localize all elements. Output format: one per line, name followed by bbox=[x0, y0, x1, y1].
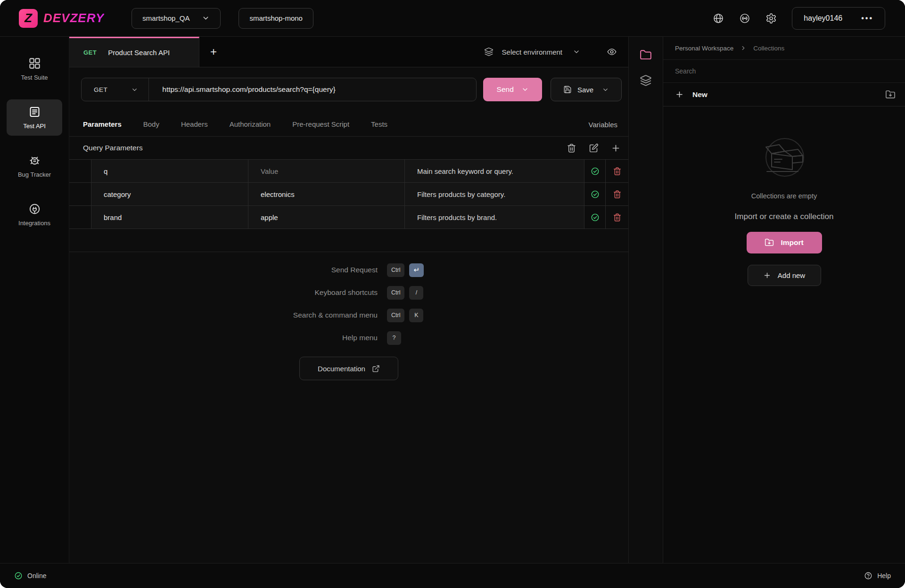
environments-layers-icon[interactable] bbox=[640, 74, 652, 87]
param-enabled-toggle[interactable] bbox=[584, 183, 606, 205]
param-delete-button[interactable] bbox=[606, 206, 628, 229]
param-value-cell[interactable]: electronics bbox=[248, 183, 405, 205]
breadcrumb-collections[interactable]: Collections bbox=[753, 45, 784, 52]
tab-authorization[interactable]: Authorization bbox=[230, 120, 271, 129]
query-params-title: Query Parameters bbox=[83, 144, 143, 152]
query-params-table: q Value Main search keyword or query. ca… bbox=[69, 159, 628, 252]
trash-icon bbox=[613, 213, 622, 222]
param-key-cell[interactable]: q bbox=[91, 160, 248, 182]
param-value-cell[interactable]: apple bbox=[248, 206, 405, 229]
row-handle-cell[interactable] bbox=[69, 160, 91, 182]
breadcrumb-workspace[interactable]: Personal Workspace bbox=[675, 45, 733, 52]
sidebar-item-label: Integrations bbox=[18, 220, 50, 227]
online-status[interactable]: Online bbox=[14, 572, 46, 580]
shortcut-label: Help menu bbox=[69, 334, 378, 342]
save-button-label: Save bbox=[577, 86, 593, 94]
key-slash: / bbox=[409, 286, 423, 300]
eye-icon[interactable] bbox=[607, 47, 617, 57]
request-tab-title: Product Search API bbox=[108, 49, 170, 57]
key-ctrl: Ctrl bbox=[387, 286, 404, 300]
param-key-cell[interactable]: brand bbox=[91, 206, 248, 229]
add-param-icon[interactable] bbox=[611, 143, 621, 153]
param-description-cell[interactable]: Filters products by brand. bbox=[405, 206, 584, 229]
add-new-button[interactable]: Add new bbox=[748, 265, 821, 286]
check-circle-icon bbox=[591, 167, 600, 176]
collections-search-row bbox=[663, 60, 905, 83]
ellipsis-icon: ••• bbox=[861, 14, 873, 23]
help-button[interactable]: Help bbox=[864, 572, 891, 580]
trash-icon bbox=[613, 190, 622, 199]
tab-parameters[interactable]: Parameters bbox=[83, 120, 122, 129]
method-select[interactable]: GET bbox=[82, 78, 149, 101]
breadcrumb: Personal Workspace Collections bbox=[663, 37, 905, 60]
gear-icon[interactable] bbox=[765, 13, 777, 24]
shortcut-label: Send Request bbox=[69, 266, 378, 274]
row-handle-cell[interactable] bbox=[69, 183, 91, 205]
shortcut-row: Search & command menu Ctrl K bbox=[69, 304, 628, 327]
tab-tests[interactable]: Tests bbox=[371, 120, 387, 129]
url-input[interactable]: https://api.smartshop.com/products/searc… bbox=[149, 85, 335, 94]
table-row: brand apple Filters products by brand. bbox=[69, 206, 628, 229]
param-enabled-toggle[interactable] bbox=[584, 206, 606, 229]
new-collection-label: New bbox=[692, 90, 708, 99]
chevron-right-icon bbox=[740, 45, 747, 51]
import-folder-icon[interactable] bbox=[885, 90, 896, 100]
send-button[interactable]: Send bbox=[483, 78, 542, 101]
trash-icon bbox=[613, 167, 622, 176]
table-row: q Value Main search keyword or query. bbox=[69, 160, 628, 183]
help-label: Help bbox=[877, 572, 891, 580]
project-selector-label: smartshop_QA bbox=[142, 14, 189, 22]
new-tab-button[interactable]: + bbox=[199, 37, 228, 67]
check-circle-icon bbox=[591, 190, 600, 199]
brand-logo[interactable]: Z DEVZERY bbox=[19, 9, 104, 28]
edit-icon[interactable] bbox=[589, 143, 599, 153]
import-button[interactable]: Import bbox=[747, 232, 822, 253]
user-menu[interactable]: hayley0146 ••• bbox=[792, 7, 885, 30]
collections-folder-icon[interactable] bbox=[640, 49, 652, 61]
top-header: Z DEVZERY smartshop_QA smartshop-mono ha… bbox=[0, 0, 905, 37]
param-delete-button[interactable] bbox=[606, 160, 628, 182]
request-tab[interactable]: GET Product Search API bbox=[69, 37, 199, 67]
plug-icon bbox=[28, 203, 41, 215]
app-window: Z DEVZERY smartshop_QA smartshop-mono ha… bbox=[0, 0, 905, 588]
globe-icon[interactable] bbox=[713, 13, 724, 24]
layers-icon bbox=[484, 47, 494, 57]
documentation-button[interactable]: Documentation bbox=[299, 357, 398, 380]
param-description-cell[interactable]: Main search keyword or query. bbox=[405, 160, 584, 182]
param-delete-button[interactable] bbox=[606, 183, 628, 205]
table-row: category electronics Filters products by… bbox=[69, 183, 628, 206]
sidebar-item-test-api[interactable]: Test API bbox=[7, 99, 62, 136]
empty-state-subtitle: Import or create a collection bbox=[735, 212, 834, 221]
param-description-cell[interactable]: Filters products by category. bbox=[405, 183, 584, 205]
row-handle-cell[interactable] bbox=[69, 206, 91, 229]
sidebar-item-integrations[interactable]: Integrations bbox=[7, 196, 62, 233]
tab-pre-request-script[interactable]: Pre-request Script bbox=[292, 120, 349, 129]
add-new-button-label: Add new bbox=[778, 271, 805, 279]
shortcut-row: Help menu ? bbox=[69, 327, 628, 349]
sidebar-item-test-suite[interactable]: Test Suite bbox=[7, 51, 62, 87]
key-k: K bbox=[409, 309, 423, 322]
new-collection-row: New bbox=[663, 83, 905, 106]
api-status-icon[interactable] bbox=[739, 13, 750, 24]
repo-button[interactable]: smartshop-mono bbox=[239, 8, 313, 29]
save-button[interactable]: Save bbox=[551, 78, 622, 101]
search-input[interactable] bbox=[663, 67, 905, 75]
empty-state-title: Collections are empty bbox=[751, 192, 817, 200]
tab-variables[interactable]: Variables bbox=[589, 121, 617, 129]
help-circle-icon bbox=[864, 572, 872, 580]
project-selector[interactable]: smartshop_QA bbox=[132, 8, 221, 29]
shortcut-row: Send Request Ctrl ↵ bbox=[69, 259, 628, 281]
environment-selector[interactable]: Select environment bbox=[502, 48, 562, 56]
chevron-down-icon bbox=[602, 86, 609, 93]
save-icon bbox=[563, 85, 572, 94]
new-collection-button[interactable]: New bbox=[675, 90, 708, 99]
param-enabled-toggle[interactable] bbox=[584, 160, 606, 182]
tab-body[interactable]: Body bbox=[143, 120, 159, 129]
param-key-cell[interactable]: category bbox=[91, 183, 248, 205]
sidebar-item-bug-tracker[interactable]: Bug Tracker bbox=[7, 148, 62, 184]
delete-all-icon[interactable] bbox=[567, 143, 576, 153]
tab-headers[interactable]: Headers bbox=[181, 120, 208, 129]
plus-icon bbox=[675, 90, 684, 99]
chevron-down-icon[interactable] bbox=[573, 48, 580, 56]
param-value-cell[interactable]: Value bbox=[248, 160, 405, 182]
